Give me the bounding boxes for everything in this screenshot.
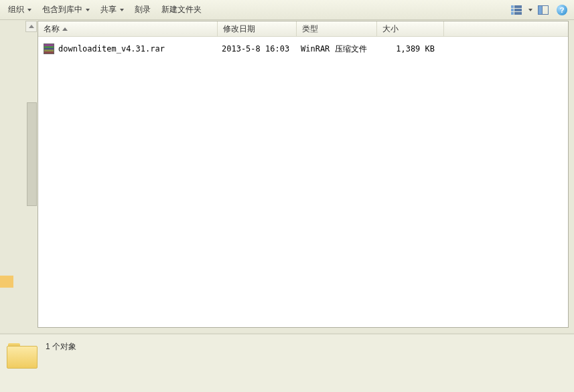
burn-label: 刻录 xyxy=(135,4,151,15)
include-library-label: 包含到库中 xyxy=(42,4,82,15)
status-bar: 1 个对象 xyxy=(0,333,574,392)
column-name-label: 名称 xyxy=(44,23,60,35)
help-icon: ? xyxy=(557,5,567,15)
status-text: 1 个对象 xyxy=(46,338,76,353)
chevron-down-icon[interactable] xyxy=(528,9,532,11)
column-date-label: 修改日期 xyxy=(223,23,255,35)
share-label: 共享 xyxy=(100,4,117,15)
column-headers: 名称 修改日期 类型 大小 xyxy=(38,21,568,37)
organize-button[interactable]: 组织 xyxy=(4,2,35,17)
organize-label: 组织 xyxy=(8,4,24,15)
list-view-icon xyxy=(511,5,522,15)
new-folder-label: 新建文件夹 xyxy=(161,4,202,15)
scroll-up-button[interactable] xyxy=(25,21,37,32)
file-rows: downloaditem_v4.31.rar 2013-5-8 16:03 Wi… xyxy=(38,37,568,327)
chevron-down-icon xyxy=(120,9,124,11)
include-library-button[interactable]: 包含到库中 xyxy=(38,2,94,17)
rar-file-icon xyxy=(44,43,54,54)
help-button[interactable]: ? xyxy=(554,3,570,17)
folder-icon xyxy=(7,341,39,368)
sort-ascending-icon xyxy=(62,27,68,31)
column-header-type[interactable]: 类型 xyxy=(297,21,377,36)
file-row[interactable]: downloaditem_v4.31.rar 2013-5-8 16:03 Wi… xyxy=(38,42,568,56)
toolbar: 组织 包含到库中 共享 刻录 新建文件夹 ? xyxy=(0,0,574,20)
column-size-label: 大小 xyxy=(382,23,399,35)
chevron-down-icon xyxy=(27,9,31,11)
share-button[interactable]: 共享 xyxy=(96,2,128,17)
column-header-name[interactable]: 名称 xyxy=(38,21,218,36)
view-mode-button[interactable] xyxy=(508,3,524,17)
file-date: 2013-5-8 16:03 xyxy=(222,44,301,54)
file-type: WinRAR 压缩文件 xyxy=(301,43,381,55)
main-area: 名称 修改日期 类型 大小 downloaditem_v4.31.rar 201… xyxy=(0,20,574,328)
nav-highlight xyxy=(0,276,13,288)
column-header-size[interactable]: 大小 xyxy=(377,21,444,36)
burn-button[interactable]: 刻录 xyxy=(131,2,155,17)
preview-pane-button[interactable] xyxy=(535,3,551,17)
file-name: downloaditem_v4.31.rar xyxy=(58,44,222,54)
column-header-date[interactable]: 修改日期 xyxy=(218,21,297,36)
scrollbar-thumb[interactable] xyxy=(27,102,37,206)
column-type-label: 类型 xyxy=(302,23,318,35)
new-folder-button[interactable]: 新建文件夹 xyxy=(157,2,206,17)
chevron-down-icon xyxy=(86,9,90,11)
file-list: 名称 修改日期 类型 大小 downloaditem_v4.31.rar 201… xyxy=(38,21,569,328)
preview-pane-icon xyxy=(538,5,549,15)
file-size: 1,389 KB xyxy=(381,44,448,54)
